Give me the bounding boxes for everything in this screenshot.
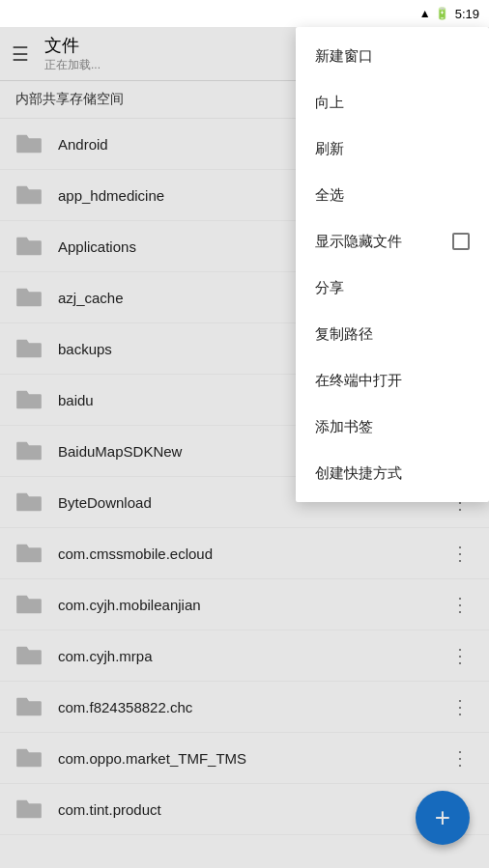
dropdown-item-label: 复制路径 bbox=[315, 325, 373, 344]
dropdown-item[interactable]: 分享 bbox=[296, 265, 489, 311]
dropdown-menu: 新建窗口向上刷新全选显示隐藏文件分享复制路径在终端中打开添加书签创建快捷方式 bbox=[296, 27, 489, 502]
status-bar: ▲ 🔋 5:19 bbox=[0, 0, 489, 27]
dropdown-item-label: 全选 bbox=[315, 186, 344, 205]
dropdown-item[interactable]: 创建快捷方式 bbox=[296, 450, 489, 496]
dropdown-item[interactable]: 新建窗口 bbox=[296, 33, 489, 79]
dropdown-item-label: 向上 bbox=[315, 94, 344, 112]
status-time: 5:19 bbox=[455, 7, 479, 21]
dropdown-item-label: 刷新 bbox=[315, 140, 344, 158]
dropdown-item-label: 创建快捷方式 bbox=[315, 464, 402, 483]
dropdown-item-label: 分享 bbox=[315, 279, 344, 297]
status-icons: ▲ 🔋 bbox=[419, 7, 449, 20]
show-hidden-checkbox[interactable] bbox=[452, 233, 470, 250]
dropdown-item[interactable]: 刷新 bbox=[296, 126, 489, 172]
dropdown-item[interactable]: 向上 bbox=[296, 79, 489, 126]
dropdown-item[interactable]: 添加书签 bbox=[296, 404, 489, 450]
dropdown-item[interactable]: 复制路径 bbox=[296, 311, 489, 357]
wifi-icon: ▲ bbox=[419, 7, 431, 20]
dropdown-overlay[interactable]: 新建窗口向上刷新全选显示隐藏文件分享复制路径在终端中打开添加书签创建快捷方式 bbox=[0, 27, 489, 868]
dropdown-item-label: 显示隐藏文件 bbox=[315, 233, 402, 251]
dropdown-item[interactable]: 显示隐藏文件 bbox=[296, 218, 489, 265]
dropdown-item-label: 在终端中打开 bbox=[315, 372, 402, 390]
dropdown-item[interactable]: 在终端中打开 bbox=[296, 357, 489, 404]
dropdown-item-label: 新建窗口 bbox=[315, 47, 373, 66]
dropdown-item-label: 添加书签 bbox=[315, 418, 373, 436]
battery-icon: 🔋 bbox=[435, 7, 449, 20]
dropdown-item[interactable]: 全选 bbox=[296, 172, 489, 218]
